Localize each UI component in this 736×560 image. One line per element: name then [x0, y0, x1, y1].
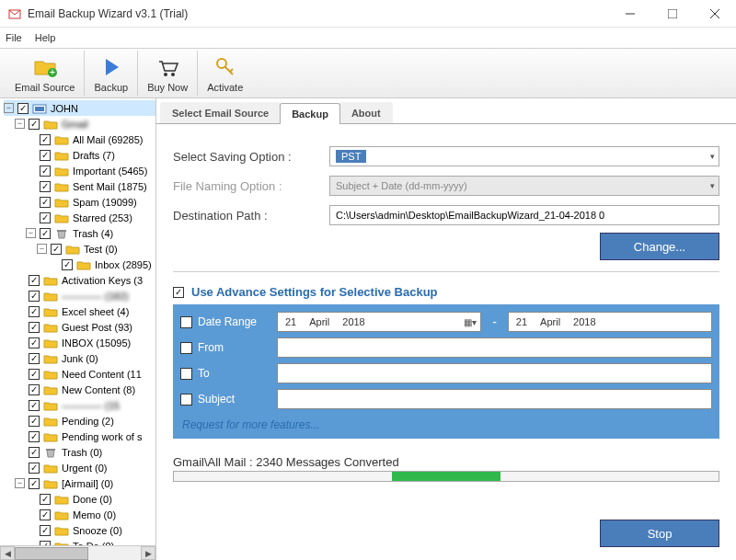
menu-help[interactable]: Help [35, 32, 56, 43]
toolbar-backup[interactable]: Backup [85, 51, 138, 96]
close-button[interactable] [694, 0, 736, 28]
tree-checkbox[interactable]: ✓ [29, 463, 40, 474]
change-button[interactable]: Change... [600, 233, 719, 260]
scroll-right-icon[interactable]: ▶ [141, 546, 155, 560]
folder-icon [43, 478, 58, 489]
destination-path-input[interactable]: C:\Users\admin\Desktop\EmailBackupWizard… [329, 205, 719, 225]
toolbar-email-source[interactable]: + Email Source [6, 51, 85, 96]
toolbar: + Email Source Backup Buy Now Activate [0, 48, 736, 98]
to-input[interactable] [277, 363, 712, 383]
tab-about[interactable]: About [339, 102, 393, 123]
tree-item[interactable]: ✓Need Content (11 [4, 366, 155, 382]
tree-item[interactable]: ✓Activation Keys (3 [4, 272, 155, 288]
expand-toggle[interactable]: − [26, 228, 36, 238]
stop-button[interactable]: Stop [600, 520, 719, 547]
tree-checkbox[interactable]: ✓ [40, 525, 51, 536]
tree-item[interactable]: ✓New Content (8) [4, 382, 155, 397]
tree-item[interactable]: −✓Trash (4) [4, 225, 155, 241]
tree-checkbox[interactable]: ✓ [17, 103, 29, 114]
tree-item[interactable]: ✓Done (0) [4, 491, 155, 507]
tree-item[interactable]: ✓Snooze (0) [4, 522, 155, 538]
tree-item[interactable]: ✓Junk (0) [4, 350, 155, 366]
tree-item[interactable]: −✓Test (0) [4, 241, 155, 257]
tree-checkbox[interactable]: ✓ [29, 119, 40, 130]
tree-checkbox[interactable]: ✓ [29, 306, 40, 317]
tree-item[interactable]: ✓Trash (0) [4, 444, 155, 460]
tree-checkbox[interactable]: ✓ [29, 337, 40, 349]
tree-checkbox[interactable]: ✓ [62, 259, 73, 270]
expand-toggle[interactable]: − [4, 103, 14, 113]
tree-checkbox[interactable]: ✓ [40, 150, 51, 161]
tree-checkbox[interactable]: ✓ [40, 134, 51, 145]
tab-select-email-source[interactable]: Select Email Source [160, 102, 281, 123]
toolbar-buy-now[interactable]: Buy Now [138, 51, 198, 96]
tree-item[interactable]: −✓Gmail [4, 116, 155, 131]
tree-checkbox[interactable]: ✓ [40, 197, 51, 208]
tree-label: ———— (182) [62, 291, 129, 302]
toolbar-activate[interactable]: Activate [198, 51, 252, 96]
tree-checkbox[interactable]: ✓ [29, 353, 40, 364]
tree-checkbox[interactable]: ✓ [29, 400, 40, 411]
tree-item[interactable]: ✓All Mail (69285) [4, 131, 155, 147]
tree-item[interactable]: ✓Memo (0) [4, 507, 155, 522]
tree-item[interactable]: ✓Spam (19099) [4, 194, 155, 210]
tree-label: Urgent (0) [62, 463, 108, 474]
tree-checkbox[interactable]: ✓ [29, 369, 40, 380]
tab-backup[interactable]: Backup [280, 103, 340, 124]
folder-tree[interactable]: −✓JOHN−✓Gmail✓All Mail (69285)✓Drafts (7… [0, 98, 156, 560]
tree-checkbox[interactable]: ✓ [29, 322, 40, 333]
expand-toggle[interactable]: − [15, 119, 25, 129]
saving-option-select[interactable]: PST ▾ [329, 146, 719, 166]
tree-item[interactable]: ✓Important (5465) [4, 163, 155, 178]
menu-file[interactable]: File [6, 32, 22, 43]
naming-option-select[interactable]: Subject + Date (dd-mm-yyyy) ▾ [329, 176, 719, 196]
tree-checkbox[interactable]: ✓ [40, 166, 51, 177]
tree-checkbox[interactable]: ✓ [29, 478, 40, 489]
tree-item[interactable]: ✓Starred (253) [4, 210, 155, 225]
tree-item[interactable]: ✓Pending work of s [4, 429, 155, 444]
tree-item[interactable]: −✓[Airmail] (0) [4, 475, 155, 491]
request-features-link[interactable]: Request for more features... [180, 415, 712, 431]
date-to-picker[interactable]: 21April2018 [508, 312, 712, 332]
date-range-checkbox[interactable] [180, 316, 192, 328]
tree-checkbox[interactable]: ✓ [29, 275, 40, 286]
expand-toggle[interactable]: − [37, 244, 47, 254]
tree-item[interactable]: ✓Excel sheet (4) [4, 303, 155, 319]
tree-checkbox[interactable]: ✓ [51, 244, 62, 255]
subject-checkbox[interactable] [180, 394, 192, 406]
tree-checkbox[interactable]: ✓ [29, 384, 40, 395]
tree-label: Gmail [62, 119, 88, 130]
tree-item[interactable]: −✓JOHN [4, 100, 155, 116]
tree-checkbox[interactable]: ✓ [29, 416, 40, 427]
tree-item[interactable]: ✓———— (15 [4, 397, 155, 413]
tree-checkbox[interactable]: ✓ [40, 181, 51, 192]
tree-item[interactable]: ✓Inbox (2895) [4, 257, 155, 272]
from-input[interactable] [277, 337, 712, 358]
tree-checkbox[interactable]: ✓ [29, 447, 40, 458]
tree-item[interactable]: ✓Drafts (7) [4, 147, 155, 163]
tree-item[interactable]: ✓INBOX (15095) [4, 335, 155, 350]
tree-checkbox[interactable]: ✓ [40, 212, 51, 223]
tree-checkbox[interactable]: ✓ [40, 228, 51, 239]
tree-item[interactable]: ✓Guest Post (93) [4, 319, 155, 335]
date-from-picker[interactable]: 21April2018 ▦▾ [277, 312, 481, 332]
expand-toggle[interactable]: − [15, 478, 25, 488]
tree-checkbox[interactable]: ✓ [29, 291, 40, 302]
to-checkbox[interactable] [180, 368, 192, 380]
folder-icon [54, 212, 69, 223]
tree-item[interactable]: ✓———— (182) [4, 288, 155, 303]
tree-checkbox[interactable]: ✓ [40, 494, 51, 505]
tree-checkbox[interactable]: ✓ [40, 509, 51, 520]
horizontal-scrollbar[interactable]: ◀ ▶ [0, 545, 155, 560]
minimize-button[interactable] [609, 0, 651, 28]
tree-item[interactable]: ✓Pending (2) [4, 413, 155, 429]
from-checkbox[interactable] [180, 342, 192, 354]
tree-item[interactable]: ✓Urgent (0) [4, 460, 155, 475]
maximize-button[interactable] [651, 0, 694, 28]
scroll-left-icon[interactable]: ◀ [0, 546, 15, 560]
advance-settings-checkbox[interactable]: ✓ [173, 287, 184, 298]
scroll-thumb[interactable] [15, 547, 88, 560]
subject-input[interactable] [277, 389, 712, 409]
tree-item[interactable]: ✓Sent Mail (1875) [4, 178, 155, 194]
tree-checkbox[interactable]: ✓ [29, 431, 40, 442]
